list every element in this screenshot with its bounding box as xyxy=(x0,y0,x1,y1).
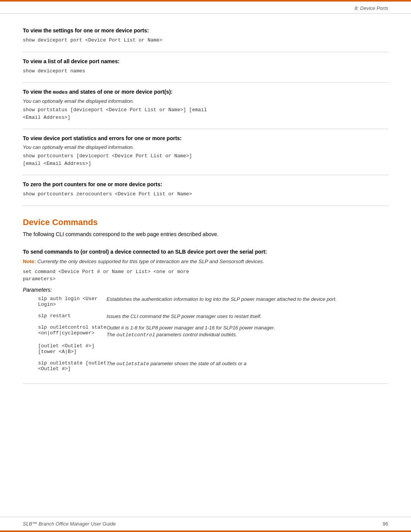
section-zero-counters: To zero the port counters for one or mor… xyxy=(23,175,388,206)
device-commands-heading: Device Commands xyxy=(23,217,388,227)
code-view-stats: show portcounters [deviceport <Device Po… xyxy=(23,152,388,167)
param-row-slp-outletcontrol: slp outletcontrol state <on|off|cyclepow… xyxy=(23,324,388,356)
footer-left: SLB™ Branch Office Manager User Guide xyxy=(23,521,116,527)
param-code-slp-outletcontrol-2: [outlet <Outlet #>][tower <A|B>] xyxy=(38,343,107,355)
note-block: Note: Currently the only devices support… xyxy=(23,259,388,264)
set-command-code: set command <Device Port # or Name or Li… xyxy=(23,268,388,283)
page-header: 8: Device Ports xyxy=(0,2,411,14)
param-desc-outletstate: The outletstate parameter shows the stat… xyxy=(107,361,247,366)
param-row-slp-auth: slp auth login <User Login> Establishes … xyxy=(23,296,388,308)
params-section: Parameters: slp auth login <User Login> … xyxy=(23,287,388,373)
param-left-slp-restart: slp restart xyxy=(23,313,107,320)
inline-code-outletstate: outletstate xyxy=(116,361,149,367)
code-view-settings: show deviceport port <Device Port List o… xyxy=(23,37,388,44)
section-subtext-view-modes: You can optionally email the displayed i… xyxy=(23,98,388,104)
section-view-list: To view a list of all device port names:… xyxy=(23,52,388,83)
param-right-slp-outletcontrol: Outlet # is 1-8 for SLP8 power manager a… xyxy=(107,324,388,339)
section-view-modes: To view the modes and states of one or m… xyxy=(23,83,388,129)
inline-code-outletcontrol: outletcontrol xyxy=(116,332,155,338)
param-code-slp-outletstate: slp outletstate [outlet <Outlet #>] xyxy=(38,360,107,372)
section-heading-zero-counters: To zero the port counters for one or mor… xyxy=(23,181,388,187)
param-code-slp-restart: slp restart xyxy=(38,313,107,319)
device-commands-intro: The following CLI commands correspond to… xyxy=(23,231,388,237)
page-footer: SLB™ Branch Office Manager User Guide 96 xyxy=(0,517,411,530)
send-commands-heading: To send commands to (or control) a devic… xyxy=(23,249,388,255)
note-text: Currently the only devices supported for… xyxy=(36,259,264,264)
page-container: 8: Device Ports To view the settings for… xyxy=(0,0,411,532)
section-view-settings: To view the settings for one or more dev… xyxy=(23,21,388,52)
code-view-modes: show portstatus [deviceport <Device Port… xyxy=(23,106,388,121)
device-commands-section: Device Commands The following CLI comman… xyxy=(23,206,388,384)
send-commands-block: To send commands to (or control) a devic… xyxy=(23,243,388,384)
param-right-slp-auth: Establishes the authentication informati… xyxy=(107,296,388,303)
param-desc-outletcontrol-2: The outletcontrol parameters control ind… xyxy=(107,332,237,337)
section-subtext-view-stats: You can optionally email the displayed i… xyxy=(23,144,388,150)
section-heading-view-stats: To view device port statistics and error… xyxy=(23,135,388,141)
footer-right: 96 xyxy=(383,521,388,527)
param-right-slp-outletstate: The outletstate parameter shows the stat… xyxy=(107,360,388,367)
param-left-slp-outletcontrol: slp outletcontrol state <on|off|cyclepow… xyxy=(23,324,107,356)
header-title: 8: Device Ports xyxy=(355,5,388,11)
section-heading-view-list: To view a list of all device port names: xyxy=(23,58,388,64)
code-zero-counters: show portcounters zerocounters <Device P… xyxy=(23,190,388,198)
param-row-slp-outletstate: slp outletstate [outlet <Outlet #>] The … xyxy=(23,360,388,373)
param-left-slp-outletstate: slp outletstate [outlet <Outlet #>] xyxy=(23,360,107,373)
param-desc-slp-auth: Establishes the authentication informati… xyxy=(107,296,336,302)
param-row-slp-restart: slp restart Issues the CLI command the S… xyxy=(23,313,388,320)
param-code-slp-auth: slp auth login <User Login> xyxy=(38,296,107,307)
param-left-slp-auth: slp auth login <User Login> xyxy=(23,296,107,308)
code-view-list: show deviceport names xyxy=(23,67,388,75)
note-label: Note: xyxy=(23,259,36,264)
param-right-slp-restart: Issues the CLI command the SLP power man… xyxy=(107,313,388,320)
param-desc-outletcontrol-1: Outlet # is 1-8 for SLP8 power manager a… xyxy=(107,325,275,331)
main-content: To view the settings for one or more dev… xyxy=(0,14,411,517)
bottom-bar xyxy=(0,530,411,532)
section-heading-view-settings: To view the settings for one or more dev… xyxy=(23,27,388,34)
param-desc-slp-restart: Issues the CLI command the SLP power man… xyxy=(107,313,261,319)
section-heading-view-modes: To view the modes and states of one or m… xyxy=(23,89,388,95)
param-code-slp-outletcontrol-1: slp outletcontrol state <on|off|cyclepow… xyxy=(38,324,107,336)
section-view-stats: To view device port statistics and error… xyxy=(23,129,388,175)
params-label: Parameters: xyxy=(23,287,388,293)
